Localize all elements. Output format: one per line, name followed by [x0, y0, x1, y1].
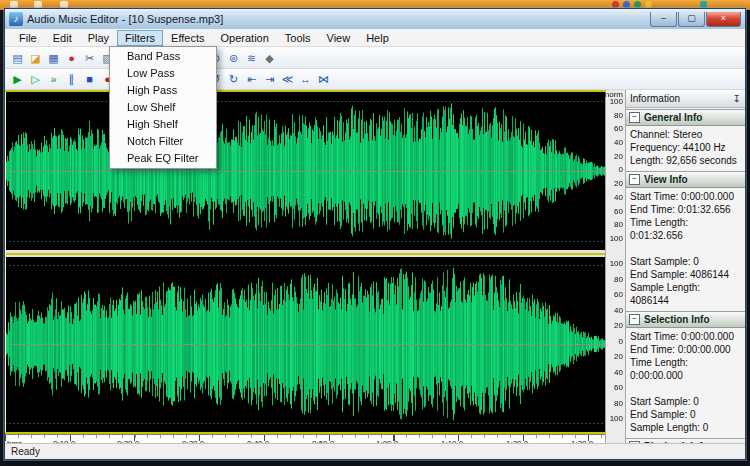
- view-info-body: Start Time: 0:00:00.000End Time: 0:01:32…: [626, 188, 745, 310]
- desktop-icon: [623, 1, 630, 8]
- filters-menu-item[interactable]: Band Pass: [111, 48, 215, 65]
- scale-label: 100: [606, 260, 623, 268]
- app-icon: ♪: [9, 12, 23, 26]
- scale-label: 80: [606, 221, 623, 229]
- menu-play[interactable]: Play: [80, 30, 117, 46]
- cut-icon[interactable]: ✂: [81, 50, 98, 66]
- record-icon[interactable]: ●: [63, 50, 80, 66]
- menu-operation[interactable]: Operation: [213, 30, 277, 46]
- scale-label: 60: [606, 125, 623, 133]
- info-line: [626, 382, 745, 395]
- play-selection-icon[interactable]: ▷: [27, 71, 44, 87]
- save-icon[interactable]: ▦: [45, 50, 62, 66]
- timeline-label: 0:20.0: [117, 439, 139, 443]
- info-line: End Sample: 0: [626, 408, 745, 421]
- collapse-icon[interactable]: −: [629, 174, 640, 185]
- menu-file[interactable]: File: [11, 30, 45, 46]
- scale-label: 20: [606, 153, 623, 161]
- info-line: Start Sample: 0: [626, 255, 745, 268]
- scale-label: 60: [606, 384, 623, 392]
- info-line: Sample Length:: [626, 281, 745, 294]
- scale-label: 80: [606, 400, 623, 408]
- info-line: Frequency: 44100 Hz: [626, 141, 745, 154]
- info-line: Length: 92,656 seconds: [626, 154, 745, 167]
- menu-edit[interactable]: Edit: [45, 30, 80, 46]
- open-folder-icon[interactable]: ◪: [27, 50, 44, 66]
- waveform-area: hms0:10.00:20.00:30.00:40.00:50.01:00.01…: [5, 90, 605, 443]
- expand-selection-icon[interactable]: ↔: [297, 71, 314, 87]
- timeline-label: 0:50.0: [312, 439, 334, 443]
- desktop-icon: [634, 1, 641, 8]
- timeline-label: 1:30.0: [571, 439, 593, 443]
- filters-menu-item[interactable]: High Pass: [111, 82, 215, 99]
- section-header-view-info[interactable]: − View Info: [626, 171, 745, 188]
- window-controls: – ▢ ×: [650, 12, 741, 27]
- timeline-label: 1:00.0: [376, 439, 398, 443]
- timeline-label: 1:10.0: [441, 439, 463, 443]
- filters-menu-item[interactable]: High Shelf: [111, 116, 215, 133]
- menu-bar: File Edit Play Filters Effects Operation…: [5, 29, 745, 47]
- zoom-all-icon[interactable]: ⊚: [225, 50, 242, 66]
- scale-label: 20: [606, 322, 623, 330]
- crossfade-icon[interactable]: ⋈: [315, 71, 332, 87]
- status-text: Ready: [11, 446, 40, 457]
- desktop-icon: [60, 1, 68, 8]
- scale-label: 0: [606, 166, 623, 174]
- timeline-label: hms: [7, 439, 22, 443]
- information-panel-header: Information ↧: [626, 90, 745, 108]
- stop-icon[interactable]: ■: [81, 71, 98, 87]
- tools-icon[interactable]: ◆: [261, 50, 278, 66]
- title-bar[interactable]: ♪ Audio Music Editor - [10 Suspense.mp3]…: [5, 9, 745, 29]
- waveform-canvas[interactable]: [5, 90, 605, 434]
- scale-label: 80: [606, 276, 623, 284]
- menu-filters[interactable]: Filters: [117, 30, 163, 46]
- scale-left-channel: 10080604020020406080100: [606, 98, 623, 243]
- scale-label: 100: [606, 98, 623, 106]
- timeline-label: 0:40.0: [247, 439, 269, 443]
- section-header-general-info[interactable]: − General Info: [626, 109, 745, 126]
- goto-end-icon[interactable]: ⇥: [261, 71, 278, 87]
- collapse-icon[interactable]: −: [629, 314, 640, 325]
- section-header-selection-info[interactable]: − Selection Info: [626, 311, 745, 328]
- play-all-icon[interactable]: »: [45, 71, 62, 87]
- collapse-icon[interactable]: −: [629, 112, 640, 123]
- timeline-ruler[interactable]: hms0:10.00:20.00:30.00:40.00:50.01:00.01…: [5, 434, 605, 443]
- minimize-button[interactable]: –: [650, 12, 677, 27]
- section-title: Selection Info: [644, 314, 710, 325]
- scale-right-channel: 10080604020020406080100: [606, 260, 623, 423]
- scale-label: 60: [606, 208, 623, 216]
- play-icon[interactable]: ▶: [9, 71, 26, 87]
- scale-label: 60: [606, 291, 623, 299]
- filters-menu-item[interactable]: Notch Filter: [111, 133, 215, 150]
- status-bar: Ready: [5, 443, 745, 459]
- filters-menu-item[interactable]: Low Shelf: [111, 99, 215, 116]
- info-line: 0:01:32.656: [626, 229, 745, 242]
- info-line: [626, 242, 745, 255]
- filters-menu-item[interactable]: Low Pass: [111, 65, 215, 82]
- menu-help[interactable]: Help: [358, 30, 397, 46]
- desktop-icon: [612, 1, 619, 8]
- scale-label: 40: [606, 307, 623, 315]
- info-line: Channel: Stereo: [626, 128, 745, 141]
- amplitude-scale: norm 10080604020020406080100 10080604020…: [605, 90, 625, 443]
- close-button[interactable]: ×: [706, 12, 741, 27]
- info-line: Time Length:: [626, 356, 745, 369]
- scale-label: 100: [606, 235, 623, 243]
- mix-icon[interactable]: ≋: [243, 50, 260, 66]
- filters-menu: Band PassLow PassHigh PassLow ShelfHigh …: [109, 46, 217, 169]
- menu-tools[interactable]: Tools: [277, 30, 319, 46]
- filters-menu-item[interactable]: Peak EQ Filter: [111, 150, 215, 167]
- menu-view[interactable]: View: [319, 30, 359, 46]
- scale-label: 20: [606, 353, 623, 361]
- timeline-label: 0:30.0: [182, 439, 204, 443]
- maximize-button[interactable]: ▢: [678, 12, 705, 27]
- menu-effects[interactable]: Effects: [163, 30, 212, 46]
- goto-start-icon[interactable]: ⇤: [243, 71, 260, 87]
- pause-icon[interactable]: ∥: [63, 71, 80, 87]
- window-title: Audio Music Editor - [10 Suspense.mp3]: [27, 13, 223, 25]
- speaker-icon[interactable]: ≪: [279, 71, 296, 87]
- rotate-right-icon[interactable]: ↻: [225, 71, 242, 87]
- pin-icon[interactable]: ↧: [733, 93, 741, 104]
- general-info-body: Channel: StereoFrequency: 44100 HzLength…: [626, 126, 745, 170]
- new-file-icon[interactable]: ▤: [9, 50, 26, 66]
